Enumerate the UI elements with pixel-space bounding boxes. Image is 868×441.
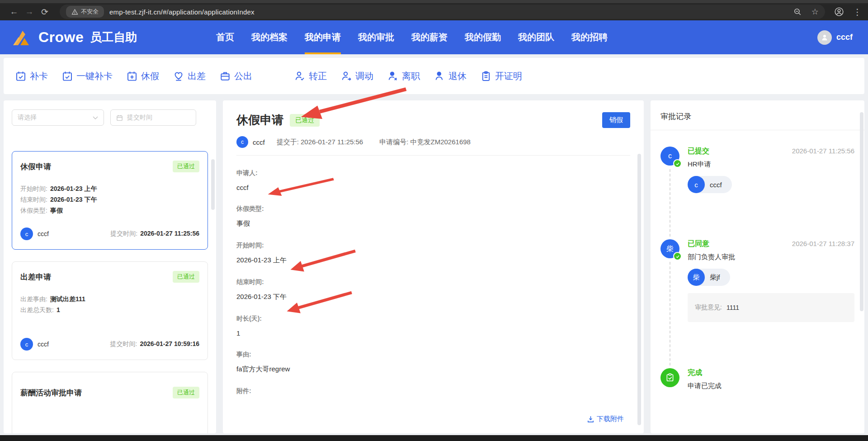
list-item-salary-activity-application[interactable]: 薪酬活动审批申请 已通过 — [12, 372, 208, 433]
reload-icon[interactable]: ⟳ — [37, 7, 52, 17]
download-label: 下载附件 — [597, 415, 624, 423]
detail-meta: c cccf 提交于: 2026-01-27 11:25:56 申请编号: 中竞… — [236, 136, 630, 148]
timeline-step-approved: 柴 已同意 2026-01-27 11:28:37 部门负责人审批 柴 柴jf — [660, 239, 854, 368]
tab-my-attendance[interactable]: 我的假勤 — [465, 20, 501, 54]
step-node: 部门负责人审批 — [688, 253, 854, 261]
security-chip[interactable]: 不安全 — [66, 6, 104, 18]
detail-status-badge: 已通过 — [290, 114, 320, 127]
step-status: 已提交 — [688, 147, 709, 156]
avatar: c — [20, 228, 33, 240]
detail-scrollbar[interactable] — [637, 154, 641, 425]
calendar-rest-icon — [127, 71, 137, 81]
tab-my-applications[interactable]: 我的申请 — [305, 20, 341, 54]
content-area: 请选择 提交时间 休假申请 已通过 — [4, 100, 864, 433]
applicant-name: cccf — [38, 341, 49, 348]
approval-comment: 审批意见: 1111 — [688, 293, 854, 322]
forward-icon[interactable]: → — [22, 7, 37, 17]
security-label: 不安全 — [81, 8, 99, 16]
list-item-leave-application[interactable]: 休假申请 已通过 开始时间:2026-01-23 上午 结束时间:2026-01… — [12, 151, 208, 250]
field-value: 事假 — [236, 219, 630, 228]
action-issue-certificate[interactable]: 开证明 — [481, 70, 522, 82]
tab-my-team[interactable]: 我的团队 — [518, 20, 554, 54]
tab-my-salary[interactable]: 我的薪资 — [411, 20, 448, 54]
avatar: c — [660, 147, 679, 166]
download-attachment-link[interactable]: 下载附件 — [587, 415, 624, 423]
submitted-time: 提交于: 2026-01-27 11:25:56 — [277, 138, 363, 147]
step-status: 已同意 — [688, 239, 709, 249]
field-value: 2026-01-23 上午 — [236, 256, 630, 265]
person-pill: 柴 柴jf — [688, 269, 730, 286]
action-label: 出差 — [188, 70, 206, 82]
user-menu[interactable]: cccf — [817, 30, 853, 45]
application-detail-panel: 休假申请 已通过 销假 c cccf 提交于: 2026-01-27 11:25… — [223, 100, 644, 433]
timeline-step-submitted: c 已提交 2026-01-27 11:25:56 HR申请 c cccf — [660, 147, 854, 239]
application-cards: 休假申请 已通过 开始时间:2026-01-23 上午 结束时间:2026-01… — [12, 151, 208, 433]
field-label: 结束时间: — [236, 278, 630, 286]
action-label: 调动 — [355, 70, 373, 82]
bookmark-star-icon[interactable]: ☆ — [811, 7, 819, 17]
list-item-business-trip-application[interactable]: 出差申请 已通过 出差事由:测试出差111 出差总天数:1 c cccf 提交时… — [12, 261, 208, 360]
url-text[interactable]: emp-test.zjf-it.cn/#/application/applica… — [109, 8, 255, 16]
step-node: HR申请 — [688, 160, 854, 169]
avatar: c — [20, 338, 33, 351]
quick-actions-bar: 补卡 一键补卡 休假 出差 公出 转正 调动 离职 — [4, 58, 864, 94]
address-bar[interactable]: 不安全 emp-test.zjf-it.cn/#/application/app… — [60, 5, 825, 19]
action-label: 公出 — [234, 70, 252, 82]
brand-logo[interactable]: Crowe 员工自助 — [12, 28, 137, 47]
detail-fields: 申请人: cccf 休假类型: 事假 开始时间: 2026-01-23 上午 结… — [236, 169, 630, 395]
action-makeup-punch[interactable]: 补卡 — [15, 70, 48, 82]
download-icon — [587, 415, 594, 423]
person-name: cccf — [710, 181, 722, 189]
field-label: 开始时间: — [236, 242, 630, 250]
submit-time: 提交时间:2026-01-27 10:59:16 — [110, 340, 199, 348]
date-placeholder: 提交时间 — [127, 114, 152, 122]
step-status: 完成 — [688, 368, 702, 378]
browser-menu-icon[interactable]: ⋮ — [853, 7, 862, 17]
cancel-leave-button[interactable]: 销假 — [602, 112, 630, 128]
action-official-out[interactable]: 公出 — [220, 70, 252, 82]
action-resignation[interactable]: 离职 — [387, 70, 420, 82]
person-retire-icon — [434, 71, 445, 81]
action-label: 开证明 — [495, 70, 522, 82]
application-list-panel: 请选择 提交时间 休假申请 已通过 — [4, 100, 216, 433]
action-leave[interactable]: 休假 — [127, 70, 159, 82]
applicant-name: cccf — [253, 138, 265, 146]
action-label: 一键补卡 — [76, 70, 113, 82]
divider — [236, 155, 630, 156]
action-business-trip[interactable]: 出差 — [173, 70, 206, 82]
submit-time-picker[interactable]: 提交时间 — [110, 109, 196, 126]
person-icon — [821, 33, 829, 42]
brand-name: Crowe — [38, 29, 84, 46]
field-label: 事由: — [236, 351, 630, 359]
action-one-key-makeup-punch[interactable]: 一键补卡 — [62, 70, 113, 82]
action-confirmation[interactable]: 转正 — [294, 70, 327, 82]
approval-scrollbar[interactable] — [860, 112, 863, 311]
tab-my-recruiting[interactable]: 我的招聘 — [571, 20, 608, 54]
profile-icon[interactable] — [834, 7, 844, 17]
avatar: 柴 — [688, 269, 705, 286]
step-time: 2026-01-27 11:28:37 — [792, 240, 854, 247]
action-transfer[interactable]: 调动 — [341, 70, 373, 82]
applicant-name: cccf — [38, 230, 49, 237]
back-icon[interactable]: ← — [6, 7, 22, 17]
calendar-check-icon — [62, 71, 73, 81]
tab-my-approvals[interactable]: 我的审批 — [358, 20, 394, 54]
check-badge-icon — [673, 252, 682, 261]
calendar-check-icon — [15, 71, 26, 81]
field-label: 休假类型: — [236, 205, 630, 213]
field-label: 附件: — [236, 387, 630, 395]
zoom-out-icon[interactable] — [793, 8, 802, 16]
step-time: 2026-01-27 11:25:56 — [792, 147, 854, 155]
type-select[interactable]: 请选择 — [12, 109, 104, 126]
application-number: 申请编号: 中竞发ZM20261698 — [379, 138, 471, 147]
action-label: 退休 — [448, 70, 467, 82]
screen: ← → ⟳ 不安全 emp-test.zjf-it.cn/#/applicati… — [0, 0, 868, 441]
list-scrollbar[interactable] — [211, 159, 215, 210]
check-badge-icon — [673, 159, 682, 168]
card-row: 结束时间:2026-01-23 下午 — [20, 194, 199, 205]
action-label: 补卡 — [30, 70, 48, 82]
tab-my-profile[interactable]: 我的档案 — [251, 20, 288, 54]
tab-home[interactable]: 首页 — [216, 20, 234, 54]
action-retirement[interactable]: 退休 — [434, 70, 467, 82]
crowe-logo-icon — [12, 28, 33, 47]
